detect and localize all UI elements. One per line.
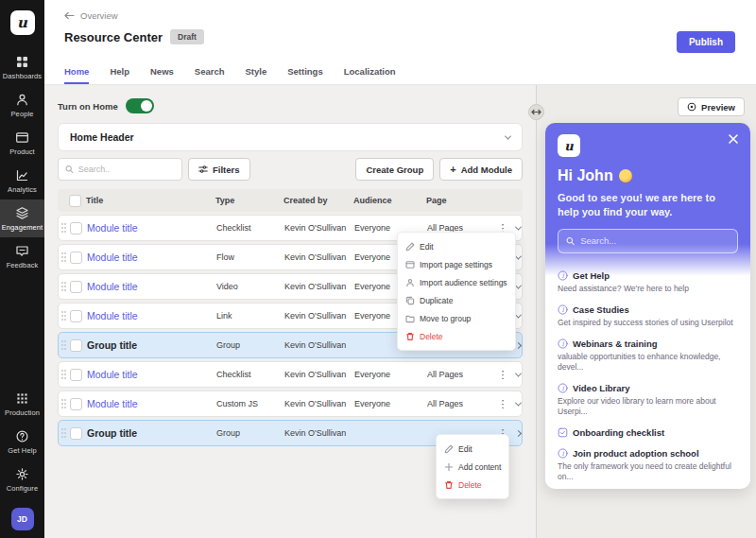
menu-item-import-audience-settings[interactable]: Import audience settings <box>398 273 515 291</box>
row-created-by: Kevin O'Sullivan <box>284 340 352 350</box>
panel-resize-handle[interactable] <box>528 104 544 120</box>
widget-item-case-studies[interactable]: i Case Studies Get inspired by success s… <box>558 304 738 328</box>
row-type: Flow <box>216 252 283 262</box>
drag-handle-icon[interactable] <box>60 339 68 351</box>
drag-handle-icon[interactable] <box>60 222 68 234</box>
widget-item-desc: Need assistance? We're here to help <box>558 284 738 294</box>
sidebar-item-product[interactable]: Product <box>0 124 44 162</box>
drag-handle-icon[interactable] <box>60 281 68 292</box>
row-title[interactable]: Module title <box>87 310 215 321</box>
resize-arrows-icon <box>531 107 541 117</box>
tab-home[interactable]: Home <box>64 66 89 84</box>
row-title[interactable]: Module title <box>87 222 215 234</box>
drag-handle-icon[interactable] <box>60 398 68 409</box>
info-circle-icon: i <box>558 448 568 459</box>
row-checkbox[interactable] <box>70 281 82 293</box>
sidebar-item-analytics[interactable]: Analytics <box>0 162 44 200</box>
chevron-down-icon[interactable] <box>510 402 525 407</box>
close-icon[interactable] <box>728 133 739 145</box>
row-title[interactable]: Group title <box>87 339 215 351</box>
sidebar-item-production[interactable]: Production <box>0 385 44 423</box>
kebab-menu-icon[interactable] <box>497 370 508 380</box>
tab-search[interactable]: Search <box>195 66 225 84</box>
chevron-down-icon[interactable] <box>510 226 525 231</box>
column-page: Page <box>426 196 492 205</box>
audience-icon <box>405 278 415 287</box>
row-checkbox[interactable] <box>70 252 82 264</box>
row-checkbox[interactable] <box>70 339 82 352</box>
create-group-button[interactable]: Create Group <box>355 158 434 181</box>
widget-item-webinars[interactable]: i Webinars & training valuable opportuni… <box>558 338 738 373</box>
menu-item-move-to-group[interactable]: Move to group <box>398 309 515 327</box>
user-avatar[interactable]: JD <box>11 508 34 530</box>
tab-settings[interactable]: Settings <box>287 66 322 84</box>
filters-button[interactable]: Filters <box>188 158 250 181</box>
drag-handle-icon[interactable] <box>60 369 68 380</box>
top-header: Overview Resource Center Draft Publish H… <box>44 0 756 85</box>
chevron-down-icon[interactable] <box>510 373 525 377</box>
preview-button[interactable]: Preview <box>678 97 745 116</box>
row-type: Custom JS <box>216 399 283 408</box>
row-created-by: Kevin O'Sullivan <box>284 282 352 291</box>
widget-item-title: Video Library <box>573 383 630 393</box>
row-title[interactable]: Module title <box>87 398 215 409</box>
sidebar-item-engagement[interactable]: Engagement <box>0 200 44 237</box>
widget-item-onboarding-checklist[interactable]: Onboarding checklist <box>558 427 738 438</box>
sidebar-item-dashboards[interactable]: Dashboards <box>0 48 44 86</box>
widget-item-video-library[interactable]: i Video Library Explore our video librar… <box>558 383 738 417</box>
menu-item-import-page-settings[interactable]: Import page settings <box>398 255 515 273</box>
drag-handle-icon[interactable] <box>60 427 68 439</box>
row-checkbox[interactable] <box>70 369 82 381</box>
widget-item-title: Webinars & training <box>573 338 658 349</box>
sidebar-item-feedback[interactable]: Feedback <box>0 237 44 275</box>
widget-search-input[interactable] <box>580 235 730 246</box>
home-header-section[interactable]: Home Header <box>58 123 523 151</box>
table-row[interactable]: Module title Checklist Kevin O'Sullivan … <box>58 361 523 388</box>
kebab-menu-icon[interactable] <box>497 399 508 409</box>
table-row[interactable]: Module title Custom JS Kevin O'Sullivan … <box>58 390 523 417</box>
drag-handle-icon[interactable] <box>60 252 68 263</box>
widget-search[interactable] <box>558 229 738 253</box>
menu-item-delete[interactable]: Delete <box>398 327 515 345</box>
row-checkbox[interactable] <box>70 222 82 234</box>
row-title[interactable]: Module title <box>87 369 215 380</box>
menu-item-edit[interactable]: Edit <box>398 237 515 255</box>
menu-item-delete[interactable]: Delete <box>437 476 508 494</box>
menu-item-edit[interactable]: Edit <box>437 440 508 458</box>
row-checkbox[interactable] <box>70 310 82 322</box>
drag-handle-icon[interactable] <box>60 310 68 321</box>
userpilot-logo[interactable]: u <box>10 10 35 35</box>
publish-button[interactable]: Publish <box>677 31 735 53</box>
menu-item-duplicate[interactable]: Duplicate <box>398 291 515 309</box>
copy-icon <box>405 296 415 305</box>
page-title: Resource Center <box>64 30 163 44</box>
svg-text:i: i <box>561 306 564 314</box>
select-all-checkbox[interactable] <box>69 195 81 207</box>
row-checkbox[interactable] <box>70 398 82 410</box>
info-circle-icon: i <box>558 383 568 393</box>
tab-localization[interactable]: Localization <box>344 66 396 84</box>
sidebar-item-configure[interactable]: Configure <box>0 460 44 498</box>
row-checkbox[interactable] <box>70 427 82 440</box>
menu-item-add-content[interactable]: Add content <box>437 458 508 476</box>
sidebar-item-get-help[interactable]: Get Help <box>0 423 44 460</box>
widget-item-adoption-school[interactable]: i Join product adoption school The only … <box>558 448 738 482</box>
tab-help[interactable]: Help <box>110 66 129 84</box>
back-link[interactable]: Overview <box>64 10 118 21</box>
sidebar-item-label: Dashboards <box>3 72 42 80</box>
tab-style[interactable]: Style <box>246 66 267 84</box>
sidebar-item-people[interactable]: People <box>0 86 44 124</box>
row-title[interactable]: Module title <box>87 281 215 292</box>
search-input[interactable] <box>78 165 175 174</box>
module-search[interactable] <box>58 158 182 181</box>
table-header: Title Type Created by Audience Page <box>58 189 523 212</box>
folder-icon <box>405 314 415 323</box>
chevron-right-icon[interactable] <box>510 431 525 436</box>
row-title[interactable]: Group title <box>87 427 215 439</box>
filters-label: Filters <box>213 165 240 175</box>
turn-on-home-toggle[interactable] <box>126 98 154 113</box>
people-icon <box>15 93 29 107</box>
tab-news[interactable]: News <box>150 66 174 84</box>
row-title[interactable]: Module title <box>87 252 215 263</box>
add-module-button[interactable]: + Add Module <box>439 158 523 181</box>
